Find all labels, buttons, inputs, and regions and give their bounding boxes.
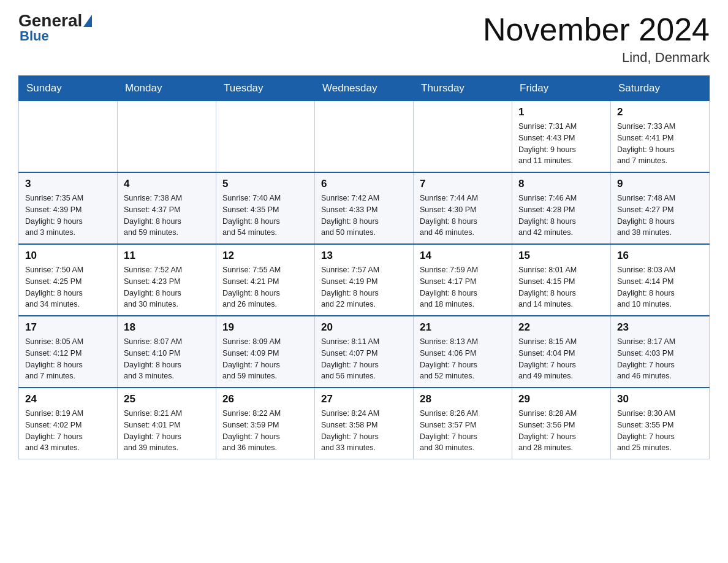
calendar-cell: 19Sunrise: 8:09 AMSunset: 4:09 PMDayligh… <box>216 316 315 388</box>
day-header-wednesday: Wednesday <box>315 76 414 101</box>
logo-text-general: General <box>18 12 82 29</box>
day-info: Sunrise: 7:50 AMSunset: 4:25 PMDaylight:… <box>25 264 111 310</box>
day-info: Sunrise: 8:03 AMSunset: 4:14 PMDaylight:… <box>617 264 703 310</box>
day-number: 23 <box>617 321 703 334</box>
calendar-cell <box>118 101 216 173</box>
day-info: Sunrise: 7:59 AMSunset: 4:17 PMDaylight:… <box>420 264 506 310</box>
day-info: Sunrise: 8:05 AMSunset: 4:12 PMDaylight:… <box>25 336 111 382</box>
calendar-cell: 16Sunrise: 8:03 AMSunset: 4:14 PMDayligh… <box>611 244 710 316</box>
day-info: Sunrise: 7:44 AMSunset: 4:30 PMDaylight:… <box>420 193 506 239</box>
day-number: 22 <box>518 321 604 334</box>
calendar-cell: 12Sunrise: 7:55 AMSunset: 4:21 PMDayligh… <box>216 244 315 316</box>
calendar-cell <box>216 101 315 173</box>
day-header-saturday: Saturday <box>611 76 710 101</box>
calendar-cell: 27Sunrise: 8:24 AMSunset: 3:58 PMDayligh… <box>315 388 414 459</box>
day-number: 11 <box>124 250 210 262</box>
calendar-cell <box>414 101 512 173</box>
day-number: 30 <box>617 393 703 405</box>
day-header-monday: Monday <box>118 76 216 101</box>
day-info: Sunrise: 7:38 AMSunset: 4:37 PMDaylight:… <box>124 193 210 239</box>
day-header-tuesday: Tuesday <box>216 76 315 101</box>
day-number: 27 <box>321 393 407 405</box>
calendar-cell: 2Sunrise: 7:33 AMSunset: 4:41 PMDaylight… <box>611 101 710 173</box>
day-info: Sunrise: 8:13 AMSunset: 4:06 PMDaylight:… <box>420 336 506 382</box>
day-number: 24 <box>25 393 111 405</box>
day-number: 16 <box>617 250 703 262</box>
calendar-header-row: SundayMondayTuesdayWednesdayThursdayFrid… <box>19 76 710 101</box>
day-number: 7 <box>420 178 506 190</box>
calendar-cell: 26Sunrise: 8:22 AMSunset: 3:59 PMDayligh… <box>216 388 315 459</box>
logo-triangle-icon <box>83 15 92 27</box>
day-info: Sunrise: 8:24 AMSunset: 3:58 PMDaylight:… <box>321 408 407 454</box>
day-info: Sunrise: 7:55 AMSunset: 4:21 PMDaylight:… <box>222 264 308 310</box>
day-number: 3 <box>25 178 111 190</box>
calendar-cell: 6Sunrise: 7:42 AMSunset: 4:33 PMDaylight… <box>315 172 414 244</box>
calendar-week-5: 24Sunrise: 8:19 AMSunset: 4:02 PMDayligh… <box>19 388 710 459</box>
day-number: 10 <box>25 250 111 262</box>
day-number: 13 <box>321 250 407 262</box>
calendar-week-4: 17Sunrise: 8:05 AMSunset: 4:12 PMDayligh… <box>19 316 710 388</box>
day-info: Sunrise: 7:42 AMSunset: 4:33 PMDaylight:… <box>321 193 407 239</box>
day-info: Sunrise: 7:31 AMSunset: 4:43 PMDaylight:… <box>518 121 604 167</box>
logo: General Blue <box>18 12 92 44</box>
calendar-cell <box>19 101 118 173</box>
day-info: Sunrise: 8:07 AMSunset: 4:10 PMDaylight:… <box>124 336 210 382</box>
main-title: November 2024 <box>483 12 710 47</box>
day-number: 5 <box>222 178 308 190</box>
calendar-cell: 5Sunrise: 7:40 AMSunset: 4:35 PMDaylight… <box>216 172 315 244</box>
day-header-sunday: Sunday <box>19 76 118 101</box>
day-info: Sunrise: 8:01 AMSunset: 4:15 PMDaylight:… <box>518 264 604 310</box>
calendar-cell: 30Sunrise: 8:30 AMSunset: 3:55 PMDayligh… <box>611 388 710 459</box>
calendar-table: SundayMondayTuesdayWednesdayThursdayFrid… <box>18 75 710 459</box>
day-number: 6 <box>321 178 407 190</box>
calendar-cell: 11Sunrise: 7:52 AMSunset: 4:23 PMDayligh… <box>118 244 216 316</box>
calendar-cell: 20Sunrise: 8:11 AMSunset: 4:07 PMDayligh… <box>315 316 414 388</box>
day-number: 17 <box>25 321 111 334</box>
calendar-week-2: 3Sunrise: 7:35 AMSunset: 4:39 PMDaylight… <box>19 172 710 244</box>
calendar-cell: 29Sunrise: 8:28 AMSunset: 3:56 PMDayligh… <box>512 388 611 459</box>
day-number: 8 <box>518 178 604 190</box>
day-number: 21 <box>420 321 506 334</box>
day-info: Sunrise: 7:48 AMSunset: 4:27 PMDaylight:… <box>617 193 703 239</box>
day-number: 18 <box>124 321 210 334</box>
day-number: 19 <box>222 321 308 334</box>
day-info: Sunrise: 8:22 AMSunset: 3:59 PMDaylight:… <box>222 408 308 454</box>
calendar-week-1: 1Sunrise: 7:31 AMSunset: 4:43 PMDaylight… <box>19 101 710 173</box>
day-info: Sunrise: 8:30 AMSunset: 3:55 PMDaylight:… <box>617 408 703 454</box>
location-subtitle: Lind, Denmark <box>483 50 710 66</box>
calendar-cell: 15Sunrise: 8:01 AMSunset: 4:15 PMDayligh… <box>512 244 611 316</box>
calendar-cell: 4Sunrise: 7:38 AMSunset: 4:37 PMDaylight… <box>118 172 216 244</box>
day-header-friday: Friday <box>512 76 611 101</box>
title-block: November 2024 Lind, Denmark <box>483 12 710 66</box>
calendar-cell: 18Sunrise: 8:07 AMSunset: 4:10 PMDayligh… <box>118 316 216 388</box>
day-info: Sunrise: 8:28 AMSunset: 3:56 PMDaylight:… <box>518 408 604 454</box>
calendar-cell: 25Sunrise: 8:21 AMSunset: 4:01 PMDayligh… <box>118 388 216 459</box>
day-info: Sunrise: 8:15 AMSunset: 4:04 PMDaylight:… <box>518 336 604 382</box>
day-info: Sunrise: 8:09 AMSunset: 4:09 PMDaylight:… <box>222 336 308 382</box>
day-info: Sunrise: 7:46 AMSunset: 4:28 PMDaylight:… <box>518 193 604 239</box>
calendar-cell: 14Sunrise: 7:59 AMSunset: 4:17 PMDayligh… <box>414 244 512 316</box>
day-info: Sunrise: 8:19 AMSunset: 4:02 PMDaylight:… <box>25 408 111 454</box>
calendar-cell: 7Sunrise: 7:44 AMSunset: 4:30 PMDaylight… <box>414 172 512 244</box>
day-info: Sunrise: 8:11 AMSunset: 4:07 PMDaylight:… <box>321 336 407 382</box>
logo-text-blue: Blue <box>20 28 49 44</box>
calendar-cell: 1Sunrise: 7:31 AMSunset: 4:43 PMDaylight… <box>512 101 611 173</box>
day-number: 26 <box>222 393 308 405</box>
calendar-cell: 17Sunrise: 8:05 AMSunset: 4:12 PMDayligh… <box>19 316 118 388</box>
day-info: Sunrise: 8:21 AMSunset: 4:01 PMDaylight:… <box>124 408 210 454</box>
day-number: 4 <box>124 178 210 190</box>
day-number: 29 <box>518 393 604 405</box>
day-info: Sunrise: 7:40 AMSunset: 4:35 PMDaylight:… <box>222 193 308 239</box>
day-number: 28 <box>420 393 506 405</box>
calendar-cell: 10Sunrise: 7:50 AMSunset: 4:25 PMDayligh… <box>19 244 118 316</box>
page-header: General Blue November 2024 Lind, Denmark <box>18 12 710 66</box>
day-info: Sunrise: 7:35 AMSunset: 4:39 PMDaylight:… <box>25 193 111 239</box>
calendar-cell: 8Sunrise: 7:46 AMSunset: 4:28 PMDaylight… <box>512 172 611 244</box>
calendar-cell: 13Sunrise: 7:57 AMSunset: 4:19 PMDayligh… <box>315 244 414 316</box>
calendar-cell: 28Sunrise: 8:26 AMSunset: 3:57 PMDayligh… <box>414 388 512 459</box>
calendar-cell: 24Sunrise: 8:19 AMSunset: 4:02 PMDayligh… <box>19 388 118 459</box>
calendar-cell <box>315 101 414 173</box>
calendar-cell: 23Sunrise: 8:17 AMSunset: 4:03 PMDayligh… <box>611 316 710 388</box>
day-info: Sunrise: 8:17 AMSunset: 4:03 PMDaylight:… <box>617 336 703 382</box>
day-number: 12 <box>222 250 308 262</box>
